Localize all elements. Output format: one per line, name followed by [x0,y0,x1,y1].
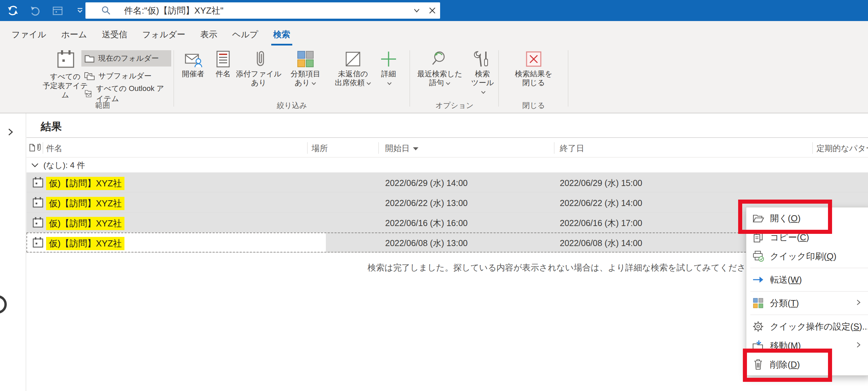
gear-icon [752,321,764,332]
group-header-label: (なし): 4 件 [43,160,85,171]
undo-button[interactable] [28,4,42,17]
paperclip-icon [249,50,268,69]
categorized-button[interactable]: 分類項目 あり [282,49,329,103]
column-divider[interactable] [43,142,43,154]
menu-item-label: 転送(W) [770,274,802,286]
result-row[interactable]: 仮)【訪問】XYZ社 2022/06/29 (水) 14:00 2022/06/… [26,172,868,192]
search-results-pane: 結果 件名 場所 開始日 終了日 定期的なパター [26,113,868,391]
undo-icon [29,4,41,17]
customize-qat-button[interactable] [73,4,87,17]
organizer-button[interactable]: 開催者 [175,49,211,103]
recent-searches-label-1: 最近検索した [417,70,462,78]
all-outlook-items-button[interactable]: すべての Outlook アイテム [81,86,171,102]
chevron-down-icon [76,7,84,14]
column-header-recurrence[interactable]: 定期的なパター [816,143,868,154]
chevron-down-icon [413,8,420,13]
unreplied-label-1: 未返信の [335,70,371,78]
ribbon-separator [410,50,410,107]
tab-home[interactable]: ホーム [54,21,94,48]
send-receive-button[interactable] [6,4,20,17]
current-folder-button[interactable]: 現在のフォルダー [81,50,171,67]
subfolders-button[interactable]: サブフォルダー [81,68,171,84]
has-attachments-button[interactable]: 添付ファイル あり [235,49,282,103]
menu-item-label: クイック操作の設定(S)... [770,321,868,333]
menu-item-forward[interactable]: 転送(W) [746,270,868,289]
search-dropdown-button[interactable] [409,2,425,19]
more-search-options-button[interactable]: 詳細 [377,49,400,103]
result-start: 2022/06/16 (木) 16:00 [385,218,468,229]
result-end: 2022/06/22 (水) 14:00 [560,198,642,209]
menu-item-quick-print[interactable]: クイック印刷(Q) [746,247,868,266]
has-attachments-label-1: 添付ファイル [236,70,281,78]
attachment-column-icon [36,144,41,152]
quick-access-toolbar [6,0,87,21]
collapsed-folder-pane [0,113,26,391]
column-header-subject[interactable]: 件名 [46,143,62,154]
search-tools-button[interactable]: 検索 ツール [468,49,497,103]
tab-file[interactable]: ファイル [4,21,54,48]
search-close-button[interactable] [425,2,440,19]
close-search-button[interactable]: 検索結果を 閉じる [505,49,563,103]
tab-view[interactable]: 表示 [193,21,225,48]
subject-label: 件名 [216,70,231,78]
ribbon-separator [498,50,499,107]
search-box[interactable] [85,2,440,19]
recent-searches-button[interactable]: 最近検索した 語句 [411,49,468,103]
categorized-label-1: 分類項目 [291,70,320,78]
column-header-end[interactable]: 終了日 [560,143,584,154]
close-group-label: 閉じる [500,100,567,111]
qat-calendar-button[interactable] [51,4,64,17]
dropdown-chevron-icon [387,82,392,85]
ribbon-group-refine: 開催者 件名 添付 [175,48,409,113]
unreplied-invitations-button[interactable]: 未返信の 出席依頼 [329,49,377,103]
categories-icon [296,50,315,69]
dropdown-chevron-icon [311,82,316,85]
column-header-start[interactable]: 開始日 [385,143,418,154]
subject-button[interactable]: 件名 [211,49,235,103]
result-end: 2022/06/29 (水) 15:00 [560,178,642,189]
appointment-icon [32,236,44,248]
tab-help[interactable]: ヘルプ [225,21,266,48]
close-search-label-1: 検索結果を [515,70,553,78]
column-divider[interactable] [307,142,308,154]
result-row-selected[interactable]: 仮)【訪問】XYZ社 2022/06/08 (水) 13:00 2022/06/… [26,232,868,253]
collapse-group-icon[interactable] [31,163,39,168]
current-folder-label: 現在のフォルダー [98,53,159,63]
recent-searches-label-2: 語句 [429,78,444,87]
menu-separator [750,291,868,292]
subject-icon [214,50,233,69]
options-group-label: オプション [411,100,498,111]
result-subject: 仮)【訪問】XYZ社 [46,197,124,210]
result-subject: 仮)【訪問】XYZ社 [46,217,124,230]
group-header-row[interactable]: (なし): 4 件 [26,158,868,172]
search-input[interactable] [124,5,409,16]
appointment-icon [32,216,44,228]
recent-searches-icon [430,50,449,69]
menu-item-quick-steps-settings[interactable]: クイック操作の設定(S)... [746,317,868,336]
tab-folder[interactable]: フォルダー [135,21,193,48]
unreplied-icon [343,50,362,69]
item-type-column-icon [29,144,35,152]
column-divider[interactable] [378,142,379,154]
plus-icon [379,50,398,69]
subfolders-icon [84,71,95,81]
unreplied-label-2: 出席依頼 [335,78,365,87]
dropdown-chevron-icon [481,91,486,94]
tab-search[interactable]: 検索 [266,21,298,48]
calendar-icon [52,4,64,17]
tab-send-receive[interactable]: 送受信 [95,21,135,48]
scope-group-label: 範囲 [32,100,173,111]
dropdown-chevron-icon [446,82,451,85]
result-start: 2022/06/22 (水) 13:00 [385,198,468,209]
column-divider[interactable] [812,142,813,154]
outlook-items-icon [84,89,93,99]
menu-item-categorize[interactable]: 分類(T) [746,294,868,313]
sort-descending-icon [413,147,418,150]
send-receive-icon [6,4,20,17]
menu-item-label: 分類(T) [770,297,799,309]
result-end: 2022/06/08 (水) 14:00 [560,238,642,249]
result-end: 2022/06/16 (木) 17:00 [560,218,642,229]
expand-pane-button[interactable] [7,128,14,138]
column-header-location[interactable]: 場所 [312,143,328,154]
column-divider[interactable] [554,142,554,154]
